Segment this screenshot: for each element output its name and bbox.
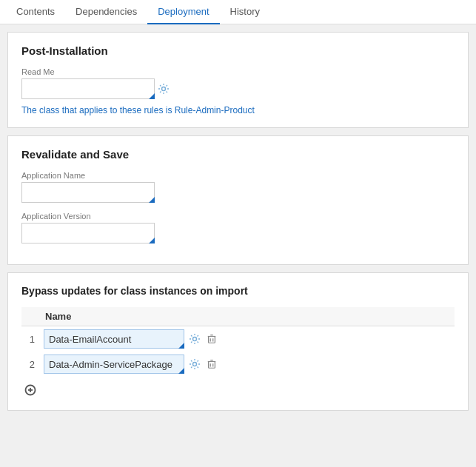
bypass-name-header: Name: [39, 307, 455, 326]
app-version-label: Application Version: [21, 212, 455, 221]
post-installation-section: Post-Installation Read Me The class that…: [7, 32, 469, 128]
app-name-label: Application Name: [21, 171, 455, 180]
revalidate-section: Revalidate and Save Application Name App…: [7, 135, 469, 265]
svg-point-1: [193, 337, 197, 341]
app-name-input[interactable]: [21, 182, 155, 203]
row-input-wrap: [44, 329, 184, 349]
post-installation-info: The class that applies to these rules is…: [21, 105, 455, 115]
bypass-title: Bypass updates for class instances on im…: [21, 285, 455, 297]
row-number: 1: [21, 326, 39, 352]
bypass-table: Name 1 2: [21, 307, 455, 377]
svg-rect-2: [209, 337, 215, 343]
row-delete-button[interactable]: [205, 332, 218, 346]
read-me-input-wrap: [21, 78, 155, 99]
bypass-section: Bypass updates for class instances on im…: [7, 272, 469, 411]
tab-bar: Contents Dependencies Deployment History: [0, 0, 476, 24]
row-input-wrap: [44, 355, 184, 374]
add-row-button[interactable]: [21, 383, 39, 397]
tab-contents[interactable]: Contents: [6, 0, 65, 24]
app-name-group: Application Name: [21, 171, 455, 203]
bypass-row-input[interactable]: [44, 329, 184, 349]
tab-dependencies[interactable]: Dependencies: [65, 0, 147, 24]
row-gear-button[interactable]: [187, 357, 202, 372]
svg-point-0: [162, 87, 166, 91]
tab-history[interactable]: History: [220, 0, 270, 24]
table-row: 1: [21, 326, 455, 352]
trash-icon: [207, 359, 217, 369]
trash-icon: [207, 334, 217, 344]
bypass-num-header: [21, 307, 39, 326]
tab-deployment[interactable]: Deployment: [147, 0, 219, 24]
bypass-row-input[interactable]: [44, 355, 184, 374]
svg-point-7: [193, 363, 197, 366]
svg-rect-8: [209, 362, 215, 369]
row-name-cell: [39, 326, 455, 352]
table-row: 2: [21, 352, 455, 377]
revalidate-title: Revalidate and Save: [21, 148, 455, 161]
app-name-input-wrap: [21, 182, 155, 203]
app-version-input[interactable]: [21, 223, 155, 243]
read-me-input[interactable]: [21, 78, 155, 99]
app-version-input-wrap: [21, 223, 155, 243]
row-gear-button[interactable]: [187, 332, 202, 346]
post-installation-title: Post-Installation: [21, 44, 455, 57]
row-number: 2: [21, 352, 39, 377]
gear-icon: [189, 333, 201, 345]
read-me-gear-button[interactable]: [158, 83, 170, 95]
read-me-label: Read Me: [21, 67, 455, 76]
gear-icon: [189, 358, 201, 370]
row-delete-button[interactable]: [205, 357, 218, 371]
gear-icon: [158, 83, 170, 95]
row-name-cell: [39, 352, 455, 377]
app-version-group: Application Version: [21, 212, 455, 243]
